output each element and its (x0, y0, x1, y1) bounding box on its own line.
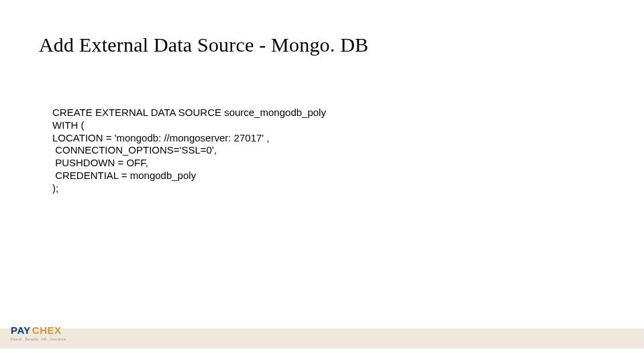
footer-band (0, 328, 644, 349)
slide-title: Add External Data Source - Mongo. DB (39, 34, 368, 56)
code-line-7: ); (52, 182, 58, 194)
slide: Add External Data Source - Mongo. DB CRE… (0, 0, 644, 362)
logo-part-chex: CHEX (32, 324, 62, 336)
code-block: CREATE EXTERNAL DATA SOURCE source_mongo… (52, 107, 326, 194)
logo-wordmark: PAYCHEX (11, 324, 78, 336)
code-line-3: LOCATION = 'mongodb: //mongoserver: 2701… (52, 132, 270, 143)
code-line-1: CREATE EXTERNAL DATA SOURCE source_mongo… (52, 107, 326, 118)
code-line-2: WITH ( (52, 119, 84, 131)
code-line-4: CONNECTION_OPTIONS='SSL=0', (52, 144, 217, 156)
logo-part-pay: PAY (11, 324, 31, 336)
paychex-logo: PAYCHEX Payroll · Benefits · HR · Insura… (11, 320, 78, 345)
logo-tagline: Payroll · Benefits · HR · Insurance (11, 337, 78, 341)
code-line-5: PUSHDOWN = OFF, (52, 157, 148, 168)
code-line-6: CREDENTIAL = mongodb_poly (52, 170, 196, 181)
